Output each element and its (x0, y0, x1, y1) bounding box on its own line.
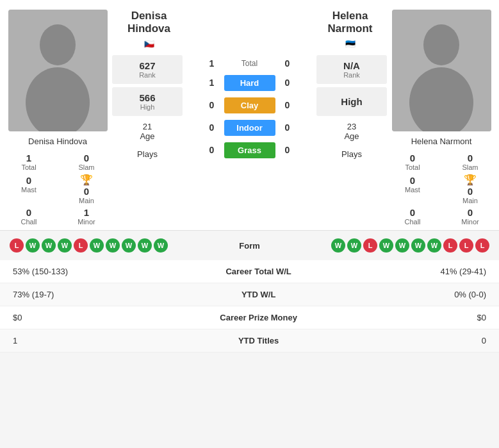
left-form-badge-w: W (26, 238, 40, 253)
right-slam-val: 0 (468, 153, 473, 163)
right-total-val: 0 (410, 153, 415, 163)
right-form-badge-l: L (443, 238, 457, 253)
clay-right-score: 0 (282, 100, 293, 110)
left-form-badges: LWWWLWWWWW (10, 238, 168, 253)
right-minor-lbl: Minor (461, 218, 479, 226)
left-form-badge-w: W (42, 238, 56, 253)
left-rank-val: 627 (119, 60, 176, 71)
hard-left-score: 1 (206, 78, 218, 88)
left-mast-lbl: Mast (21, 186, 37, 194)
right-trophy-main: 🏆 0 Main (445, 174, 496, 204)
right-rank-lbl: Rank (323, 71, 380, 79)
left-avatar-silhouette (8, 10, 108, 131)
indoor-right-score: 0 (282, 122, 293, 133)
left-minor-lbl: Minor (78, 218, 95, 226)
left-total-stat: 1 Total (3, 151, 54, 172)
right-mid-stats: N/A Rank High 23 Age Plays (316, 55, 387, 162)
left-name-header: Denisa Hindova 🇨🇿 (112, 10, 186, 52)
left-name-text: Denisa Hindova (112, 10, 186, 36)
total-row: 1 Total 0 (186, 55, 313, 72)
left-chall-stat: 0 Chall (3, 206, 54, 227)
right-flag: 🇪🇪 (313, 39, 387, 49)
total-left-score: 1 (206, 58, 218, 69)
grass-btn[interactable]: Grass (224, 142, 275, 158)
career-row-2: $0 Career Prize Money $0 (0, 306, 499, 329)
right-high-box: High (316, 87, 387, 116)
right-total-lbl: Total (405, 163, 420, 171)
hard-row: 1 Hard 0 (186, 72, 313, 94)
career-right-2: $0 (359, 306, 499, 329)
clay-left-score: 0 (206, 100, 218, 110)
right-form-badge-w: W (427, 238, 441, 253)
career-label-1: YTD W/L (158, 283, 359, 306)
right-player-name: Helena Narmont (411, 137, 472, 146)
right-age-val: 23 (316, 122, 387, 131)
center-block: Denisa Hindova 🇨🇿 Helena Narmont 🇪🇪 627 … (112, 10, 387, 227)
left-trophy-main: 🏆 0 Main (61, 174, 112, 204)
grass-row: 0 Grass 0 (186, 139, 313, 162)
left-player-avatar (8, 10, 108, 131)
left-stats-grid: 1 Total 0 Slam 0 Mast 🏆 0 Main 0 (3, 151, 112, 227)
left-slam-val: 0 (84, 153, 89, 163)
clay-btn[interactable]: Clay (224, 97, 275, 113)
left-total-lbl: Total (21, 163, 36, 171)
left-plays-area: Plays (112, 147, 183, 162)
right-form-badge-w: W (347, 238, 361, 253)
right-minor-val: 0 (468, 207, 473, 218)
right-mast-val: 0 (410, 175, 415, 186)
right-slam-stat: 0 Slam (445, 151, 496, 172)
right-form-badge-w: W (395, 238, 409, 253)
right-rank-box: N/A Rank (316, 55, 387, 84)
top-section: Denisa Hindova 1 Total 0 Slam 0 Mast 🏆 0 (0, 0, 499, 230)
right-rank-val: N/A (323, 60, 380, 71)
right-age-lbl: Age (316, 131, 387, 141)
middle-content: 627 Rank 566 High 21 Age Plays (112, 55, 387, 162)
right-name-header: Helena Narmont 🇪🇪 (313, 10, 387, 52)
left-plays-lbl: Plays (112, 149, 183, 159)
right-slam-lbl: Slam (462, 163, 478, 171)
right-form-badge-l: L (459, 238, 473, 253)
left-player-name: Denisa Hindova (28, 137, 87, 146)
left-form-badge-l: L (10, 238, 24, 253)
right-total-stat: 0 Total (387, 151, 438, 172)
surface-table: 1 Total 0 1 Hard 0 0 Clay 0 (183, 55, 316, 162)
left-form-badge-w: W (138, 238, 152, 253)
indoor-row: 0 Indoor 0 (186, 117, 313, 139)
right-player-avatar (392, 10, 491, 131)
left-age-lbl: Age (112, 131, 183, 141)
indoor-left-score: 0 (206, 122, 218, 133)
right-form-badge-w: W (331, 238, 345, 253)
right-plays-lbl: Plays (316, 149, 387, 159)
career-left-2: $0 (0, 306, 158, 329)
left-main-lbl: Main (79, 197, 94, 204)
right-form-badge-l: L (475, 238, 489, 253)
career-right-0: 41% (29-41) (359, 260, 499, 283)
career-left-3: 1 (0, 329, 158, 353)
left-age-val: 21 (112, 122, 183, 131)
career-left-1: 73% (19-7) (0, 283, 158, 306)
hard-btn[interactable]: Hard (224, 75, 275, 91)
career-label-0: Career Total W/L (158, 260, 359, 283)
svg-point-1 (40, 24, 76, 65)
left-high-lbl: High (119, 103, 176, 111)
left-rank-box: 627 Rank (112, 55, 183, 84)
total-right-score: 0 (282, 58, 293, 69)
right-form-badge-l: L (363, 238, 377, 253)
right-trophy-icon: 🏆 (464, 174, 477, 186)
form-section: LWWWLWWWWW Form WWLWWWWLLL (0, 230, 499, 260)
grass-left-score: 0 (206, 145, 218, 155)
career-label-2: Career Prize Money (158, 306, 359, 329)
total-label: Total (224, 59, 275, 68)
left-form-badge-w: W (106, 238, 120, 253)
grass-right-score: 0 (282, 145, 293, 155)
left-mast-val: 0 (26, 175, 31, 186)
left-mid-stats: 627 Rank 566 High 21 Age Plays (112, 55, 183, 162)
left-minor-stat: 1 Minor (61, 206, 112, 227)
left-slam-stat: 0 Slam (61, 151, 112, 172)
left-flag: 🇨🇿 (112, 39, 186, 49)
right-form-badge-w: W (379, 238, 393, 253)
left-main-val: 0 (84, 186, 89, 197)
left-form-badge-w: W (154, 238, 168, 253)
right-plays-area: Plays (316, 147, 387, 162)
indoor-btn[interactable]: Indoor (224, 120, 275, 136)
